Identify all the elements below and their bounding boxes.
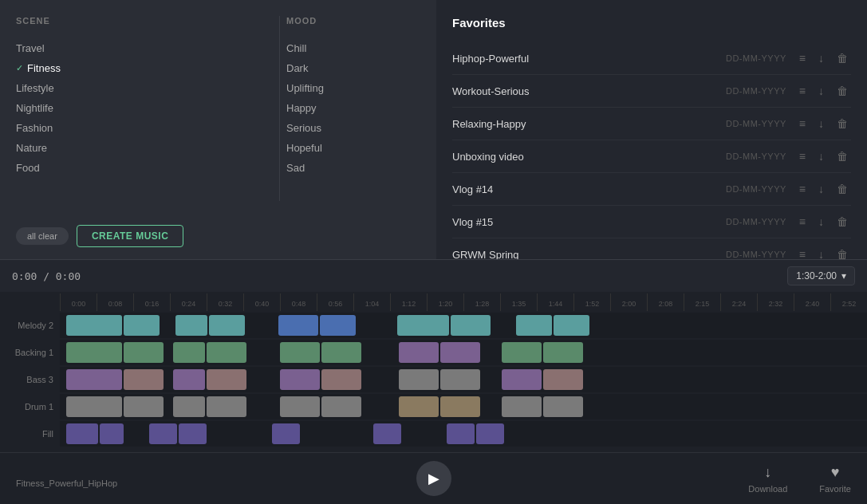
fav-delete-5[interactable]: 🗑 xyxy=(834,214,851,230)
segment xyxy=(124,342,164,363)
fav-download-6[interactable]: ↓ xyxy=(815,246,827,259)
time-display: 0:00 / 0:00 xyxy=(12,270,81,282)
fav-edit-2[interactable]: ≡ xyxy=(796,116,809,132)
segment xyxy=(440,369,480,390)
track-segments-bass3 xyxy=(60,367,867,392)
segment xyxy=(399,369,439,390)
scene-item-fashion[interactable]: Fashion xyxy=(16,118,265,138)
track-label-melody2: Melody 2 xyxy=(0,321,60,330)
segment xyxy=(66,369,122,390)
fav-actions-0: ≡ ↓ 🗑 xyxy=(796,50,851,66)
fav-delete-2[interactable]: 🗑 xyxy=(834,116,851,132)
segment xyxy=(173,342,205,363)
track-segments-drum1 xyxy=(60,394,867,419)
segment xyxy=(280,369,320,390)
segment xyxy=(440,396,480,417)
track-row-melody2: Melody 2 xyxy=(0,313,867,338)
segment xyxy=(66,342,122,363)
segment xyxy=(321,396,361,417)
play-button[interactable]: ▶ xyxy=(416,461,451,496)
create-music-button[interactable]: CREATE MUSIC xyxy=(77,225,183,247)
favorite-button[interactable]: ♥ Favorite xyxy=(819,464,851,494)
fav-download-5[interactable]: ↓ xyxy=(815,214,827,230)
favorite-item-2: Relaxing-Happy DD-MM-YYYY ≡ ↓ 🗑 xyxy=(452,108,851,140)
favorite-item-1: Workout-Serious DD-MM-YYYY ≡ ↓ 🗑 xyxy=(452,75,851,108)
fav-download-2[interactable]: ↓ xyxy=(815,116,827,132)
segment xyxy=(66,423,98,444)
favorite-item-0: Hiphop-Powerful DD-MM-YYYY ≡ ↓ 🗑 xyxy=(452,42,851,75)
scene-item-nightlife[interactable]: Nightlife xyxy=(16,98,265,118)
segment xyxy=(280,396,320,417)
segment xyxy=(207,342,246,363)
fav-delete-0[interactable]: 🗑 xyxy=(834,50,851,66)
track-label-fill: Fill xyxy=(0,429,60,439)
chevron-down-icon: ▾ xyxy=(841,270,846,282)
favorite-name-2: Relaxing-Happy xyxy=(452,118,726,130)
segment xyxy=(543,396,583,417)
fav-edit-3[interactable]: ≡ xyxy=(796,148,809,164)
fav-edit-6[interactable]: ≡ xyxy=(796,246,809,259)
tick-19: 2:32 xyxy=(757,293,794,311)
favorite-item-4: Vlog #14 DD-MM-YYYY ≡ ↓ 🗑 xyxy=(452,173,851,206)
fav-download-1[interactable]: ↓ xyxy=(815,83,827,99)
tick-4: 0:32 xyxy=(207,293,243,311)
segment xyxy=(399,396,439,417)
track-label-bass3: Bass 3 xyxy=(0,375,60,384)
scene-item-lifestyle[interactable]: Lifestyle xyxy=(16,78,265,98)
favorite-date-4: DD-MM-YYYY xyxy=(726,184,786,194)
tick-2: 0:16 xyxy=(133,293,170,311)
segment xyxy=(66,315,122,336)
fav-delete-3[interactable]: 🗑 xyxy=(834,148,851,164)
tick-14: 1:52 xyxy=(573,293,610,311)
scene-item-food[interactable]: Food xyxy=(16,158,265,178)
tick-16: 2:08 xyxy=(647,293,684,311)
segment xyxy=(124,315,160,336)
duration-selector[interactable]: 1:30-2:00 ▾ xyxy=(787,266,855,285)
app-container: SCENE Travel ✓Fitness Lifestyle Nightlif… xyxy=(0,0,867,504)
fav-download-4[interactable]: ↓ xyxy=(815,181,827,197)
segment xyxy=(399,342,439,363)
segment xyxy=(173,396,205,417)
download-button[interactable]: ↓ Download xyxy=(748,464,787,494)
scene-item-travel[interactable]: Travel xyxy=(16,38,265,58)
favorite-item-5: Vlog #15 DD-MM-YYYY ≡ ↓ 🗑 xyxy=(452,206,851,238)
segment xyxy=(100,423,124,444)
fav-edit-1[interactable]: ≡ xyxy=(796,83,809,99)
favorite-date-2: DD-MM-YYYY xyxy=(726,119,786,128)
segment xyxy=(149,423,177,444)
fav-delete-6[interactable]: 🗑 xyxy=(834,246,851,259)
segment xyxy=(543,342,583,363)
divider-scene-mood xyxy=(279,16,280,201)
download-icon: ↓ xyxy=(764,464,771,481)
track-segments-backing1 xyxy=(60,340,867,365)
segment xyxy=(173,369,205,390)
track-filename: Fitness_Powerful_HipHop xyxy=(16,478,117,488)
segment xyxy=(280,342,320,363)
fav-download-0[interactable]: ↓ xyxy=(815,50,827,66)
timeline-section: 0:00 / 0:00 1:30-2:00 ▾ 0:00 0:08 0:16 0… xyxy=(0,259,867,452)
segment xyxy=(272,423,300,444)
clear-button[interactable]: all clear xyxy=(16,227,69,245)
play-btn-wrapper: ▶ xyxy=(416,461,451,496)
favorite-date-5: DD-MM-YYYY xyxy=(726,217,786,226)
tick-12: 1:35 xyxy=(500,293,537,311)
fav-edit-5[interactable]: ≡ xyxy=(796,214,809,230)
segment xyxy=(502,342,542,363)
fav-delete-4[interactable]: 🗑 xyxy=(834,181,851,197)
top-section: SCENE Travel ✓Fitness Lifestyle Nightlif… xyxy=(0,0,867,259)
segment xyxy=(321,369,361,390)
fav-delete-1[interactable]: 🗑 xyxy=(834,83,851,99)
segment xyxy=(516,315,552,336)
tick-5: 0:40 xyxy=(243,293,280,311)
fav-download-3[interactable]: ↓ xyxy=(815,148,827,164)
fav-edit-0[interactable]: ≡ xyxy=(796,50,809,66)
segment xyxy=(179,423,207,444)
segment xyxy=(207,396,246,417)
tick-0: 0:00 xyxy=(60,293,97,311)
fav-edit-4[interactable]: ≡ xyxy=(796,181,809,197)
download-label: Download xyxy=(748,484,787,494)
scene-item-fitness[interactable]: ✓Fitness xyxy=(16,58,265,78)
fav-actions-4: ≡ ↓ 🗑 xyxy=(796,181,851,197)
scene-item-nature[interactable]: Nature xyxy=(16,138,265,158)
segment xyxy=(554,315,589,336)
